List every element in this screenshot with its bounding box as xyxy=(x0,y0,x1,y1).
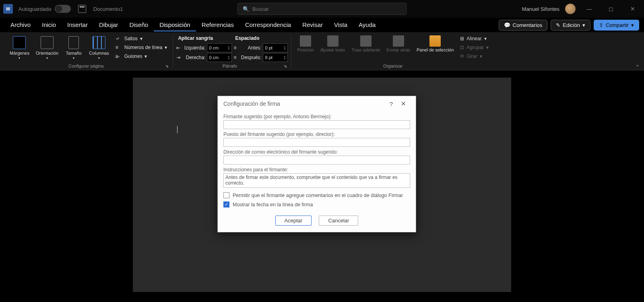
ok-button[interactable]: Aceptar xyxy=(275,216,312,226)
comments-button[interactable]: 💬Comentarios xyxy=(499,20,548,31)
editing-label: Edición xyxy=(563,22,580,28)
close-window-button[interactable]: ✕ xyxy=(625,3,641,15)
page-setup-launcher[interactable]: ⬊ xyxy=(165,64,169,68)
save-icon[interactable] xyxy=(78,5,86,13)
tab-dibujar[interactable]: Dibujar xyxy=(93,19,124,31)
share-icon: ⇪ xyxy=(599,22,603,28)
group-icon: ⊡ xyxy=(460,45,464,50)
margins-label: Márgenes xyxy=(10,51,29,55)
breaks-button[interactable]: ⤶Saltos ▾ xyxy=(113,35,170,43)
orientation-button[interactable]: Orientación▾ xyxy=(33,35,61,62)
spacing-title: Espaciado xyxy=(233,35,288,43)
allow-comments-checkbox[interactable] xyxy=(223,192,229,198)
breaks-icon: ⤶ xyxy=(116,36,122,41)
dialog-titlebar: Configuración de firma ? ✕ xyxy=(218,96,416,111)
signer-email-input[interactable] xyxy=(223,156,410,164)
maximize-button[interactable]: ◻ xyxy=(603,3,619,15)
comments-label: Comentarios xyxy=(513,22,543,28)
word-app-icon: W xyxy=(3,4,13,14)
group-paragraph: Aplicar sangría ⇤Izquierda:0 cm▲▼ ⇥Derec… xyxy=(173,35,291,68)
tab-vista[interactable]: Vista xyxy=(328,19,353,31)
document-name: Documento1 xyxy=(93,6,123,12)
page-setup-group-label: Configurar página xyxy=(68,62,103,68)
search-placeholder: Buscar xyxy=(252,6,268,12)
margins-button[interactable]: Márgenes▾ xyxy=(7,35,32,62)
indent-right-input[interactable]: 0 cm▲▼ xyxy=(207,53,232,62)
indent-right-icon: ⇥ xyxy=(176,55,180,60)
instructions-label: Instrucciones para el firmante: xyxy=(223,167,410,173)
tab-referencias[interactable]: Referencias xyxy=(196,19,239,31)
editing-mode-button[interactable]: ✎Edición▾ xyxy=(551,20,590,31)
chevron-down-icon: ▾ xyxy=(582,22,585,28)
paragraph-launcher[interactable]: ⬊ xyxy=(283,64,288,68)
position-button[interactable]: Posición xyxy=(295,35,316,53)
spacing-after-icon: ≡ xyxy=(233,55,236,60)
search-box[interactable]: 🔍 Buscar xyxy=(237,3,407,15)
tab-diseño[interactable]: Diseño xyxy=(124,19,154,31)
rotate-button[interactable]: ⟳Girar ▾ xyxy=(458,52,491,60)
rotate-label: Girar xyxy=(466,53,477,59)
columns-button[interactable]: Columnas▾ xyxy=(87,35,111,62)
chevron-down-icon: ▾ xyxy=(631,22,634,28)
align-button[interactable]: ⊞Alinear ▾ xyxy=(458,35,491,43)
indent-title: Aplicar sangría xyxy=(176,35,232,43)
tab-revisar[interactable]: Revisar xyxy=(297,19,328,31)
share-button[interactable]: ⇪Compartir▾ xyxy=(594,20,639,31)
line-numbers-button[interactable]: ≡Números de línea ▾ xyxy=(113,43,170,51)
line-numbers-label: Números de línea xyxy=(124,45,163,50)
orientation-label: Orientación xyxy=(36,51,58,55)
chevron-down-icon: ▾ xyxy=(19,56,20,60)
ribbon: Márgenes▾ Orientación▾ Tamaño▾ Columnas▾… xyxy=(0,32,644,70)
tab-inicio[interactable]: Inicio xyxy=(36,19,62,31)
rotate-icon: ⟳ xyxy=(460,53,464,59)
spacing-after-input[interactable]: 8 pt▲▼ xyxy=(263,53,288,62)
collapse-ribbon-button[interactable]: ⌄ xyxy=(635,61,640,68)
indent-left-icon: ⇤ xyxy=(176,45,180,51)
tab-archivo[interactable]: Archivo xyxy=(5,19,36,31)
text-cursor xyxy=(177,126,178,133)
signer-label: Firmante sugerido (por ejemplo, Antonio … xyxy=(223,114,410,119)
dialog-title: Configuración de firma xyxy=(223,101,280,107)
dialog-close-button[interactable]: ✕ xyxy=(397,100,410,107)
signer-input[interactable] xyxy=(223,120,410,129)
align-label: Alinear xyxy=(466,36,481,41)
spacing-after-label: Después: xyxy=(238,55,261,60)
username-label: Manuel Sifontes xyxy=(522,6,559,12)
tab-disposición[interactable]: Disposición xyxy=(154,19,196,31)
cancel-button[interactable]: Cancelar xyxy=(319,216,358,226)
tab-ayuda[interactable]: Ayuda xyxy=(353,19,381,31)
breaks-label: Saltos xyxy=(124,36,138,41)
align-icon: ⊞ xyxy=(460,36,464,41)
signer-email-label: Dirección de correo electrónico del firm… xyxy=(223,149,410,155)
signature-setup-dialog: Configuración de firma ? ✕ Firmante suge… xyxy=(217,96,416,232)
search-icon: 🔍 xyxy=(243,6,249,12)
size-button[interactable]: Tamaño▾ xyxy=(62,35,85,62)
show-date-checkbox[interactable]: ✓ xyxy=(223,201,229,207)
selection-pane-label: Panel de selección xyxy=(417,47,454,52)
instructions-input[interactable] xyxy=(223,173,410,188)
spacing-before-input[interactable]: 0 pt▲▼ xyxy=(263,43,288,52)
wrap-text-button[interactable]: Ajustar texto xyxy=(318,35,347,53)
bring-forward-button[interactable]: Traer adelante xyxy=(349,35,382,53)
signer-title-input[interactable] xyxy=(223,138,410,147)
titlebar: W Autoguardado Documento1 🔍 Buscar Manue… xyxy=(0,0,644,18)
position-label: Posición xyxy=(297,47,314,52)
group-objects-button[interactable]: ⊡Agrupar ▾ xyxy=(458,43,491,51)
pencil-icon: ✎ xyxy=(556,22,560,28)
spacing-before-icon: ≡ xyxy=(233,45,236,51)
selection-pane-button[interactable]: Panel de selección xyxy=(414,35,456,53)
arrange-group-label: Organizar xyxy=(383,62,402,68)
group-arrange: Posición Ajustar texto Traer adelante En… xyxy=(291,35,494,68)
tab-correspondencia[interactable]: Correspondencia xyxy=(239,19,297,31)
dialog-help-button[interactable]: ? xyxy=(386,101,397,107)
hyphenation-label: Guiones xyxy=(124,53,142,59)
tab-insertar[interactable]: Insertar xyxy=(62,19,93,31)
minimize-button[interactable]: — xyxy=(581,3,597,15)
spacing-before-label: Antes: xyxy=(238,45,261,51)
hyphenation-button[interactable]: a-Guiones ▾ xyxy=(113,52,170,60)
allow-comments-label: Permitir que el firmante agregue comenta… xyxy=(233,193,403,198)
indent-left-input[interactable]: 0 cm▲▼ xyxy=(207,43,232,52)
avatar[interactable] xyxy=(565,4,576,14)
autosave-toggle[interactable] xyxy=(55,5,71,13)
send-backward-button[interactable]: Enviar atrás xyxy=(384,35,413,53)
